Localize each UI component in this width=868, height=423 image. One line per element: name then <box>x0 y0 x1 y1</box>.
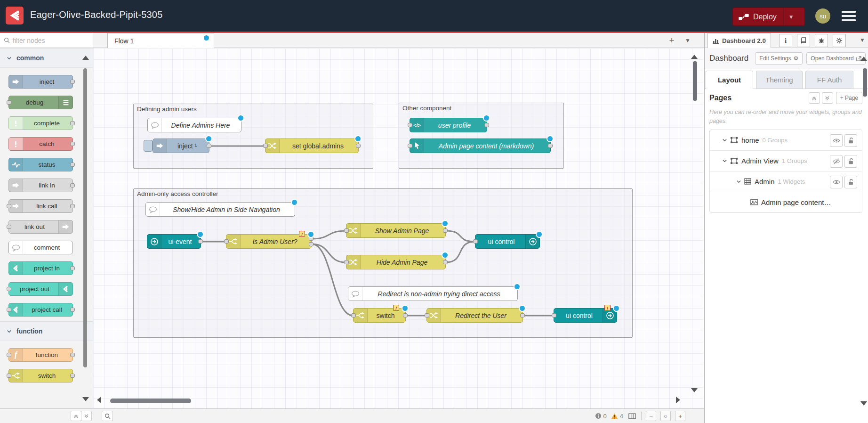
tree-item-admin-page-content-m-[interactable]: Admin page content (m... <box>710 192 862 212</box>
output-port[interactable] <box>484 123 489 127</box>
tab-config[interactable] <box>833 34 846 47</box>
output-port[interactable] <box>70 163 75 167</box>
output-port[interactable] <box>403 313 408 317</box>
lock-button[interactable] <box>844 155 857 168</box>
node-ui-event[interactable]: ui-event <box>147 234 201 249</box>
input-port[interactable] <box>7 308 11 312</box>
input-port[interactable] <box>7 287 11 291</box>
warning-count[interactable]: 4 <box>611 413 623 420</box>
input-port[interactable] <box>408 144 412 148</box>
palette-scroll-up[interactable] <box>82 56 89 60</box>
canvas-scroll-up[interactable] <box>691 55 698 59</box>
canvas-vertical-scrollbar[interactable] <box>693 61 697 101</box>
tab-ff-auth[interactable]: FF Auth <box>805 71 853 89</box>
visibility-off-button[interactable] <box>830 155 843 168</box>
palette-node-switch[interactable]: switch <box>8 369 73 382</box>
input-port[interactable] <box>344 260 349 264</box>
node-switch-is-admin-user[interactable]: Is Admin User?! <box>226 234 312 249</box>
input-port[interactable] <box>7 225 11 229</box>
palette-filter-input[interactable]: filter nodes <box>0 33 93 48</box>
output-port[interactable] <box>70 183 75 187</box>
open-dashboard-button[interactable]: Open Dashboard <box>806 52 865 65</box>
node-change-show-admin-page[interactable]: Show Admin Page <box>346 223 446 238</box>
output-port[interactable] <box>356 144 361 148</box>
output-port[interactable] <box>70 266 75 270</box>
node-inject-1[interactable]: inject ¹ <box>153 138 209 153</box>
palette-node-complete[interactable]: complete <box>8 116 73 130</box>
palette-node-status[interactable]: status <box>8 158 73 171</box>
tree-chevron[interactable] <box>722 158 727 163</box>
output-port[interactable] <box>70 142 75 146</box>
output-port[interactable] <box>443 228 448 233</box>
add-flow-button[interactable]: + <box>666 34 678 47</box>
tab-layout[interactable]: Layout <box>706 71 753 89</box>
output-port[interactable] <box>70 80 75 84</box>
node-red-logo[interactable] <box>6 7 24 24</box>
input-port[interactable] <box>473 239 478 244</box>
collapse-all-button[interactable] <box>809 92 820 104</box>
edit-settings-button[interactable]: Edit Settings⚙ <box>755 52 803 65</box>
visibility-button[interactable] <box>830 134 843 147</box>
output-port[interactable] <box>520 313 525 317</box>
canvas-scroll-down[interactable] <box>691 388 698 392</box>
sidebar-tabs-caret[interactable]: ▼ <box>860 37 865 43</box>
main-menu-button[interactable] <box>842 11 856 21</box>
palette-scrollbar[interactable] <box>83 68 87 367</box>
output-port[interactable] <box>70 353 75 357</box>
output-port[interactable] <box>548 144 553 148</box>
input-port[interactable] <box>408 123 412 127</box>
node-comment-show-hide-admin[interactable]: Show/Hide Admin in Side Navigation <box>145 202 295 217</box>
canvas-scroll-right[interactable] <box>676 397 680 403</box>
palette-category-common[interactable]: common <box>0 48 93 68</box>
sidebar-scroll-up[interactable] <box>860 57 867 61</box>
input-port[interactable] <box>7 204 11 208</box>
tree-item-admin-view[interactable]: Admin View1 Groups <box>710 151 862 171</box>
palette-node-link-out[interactable]: link out <box>8 220 73 234</box>
palette-node-project-call[interactable]: project call <box>8 303 73 317</box>
output-port[interactable] <box>443 260 448 264</box>
node-template-user-profile[interactable]: user profile</> <box>410 118 487 132</box>
zoom-out-button[interactable]: − <box>646 411 656 421</box>
output-port[interactable] <box>70 121 75 125</box>
palette-node-debug[interactable]: debug <box>8 96 73 109</box>
tab-theming[interactable]: Theming <box>756 71 803 89</box>
info-count[interactable]: 0 <box>595 413 607 420</box>
palette-node-comment[interactable]: comment <box>8 241 73 254</box>
tree-item-admin[interactable]: Admin1 Widgets <box>710 171 862 192</box>
tab-debug[interactable] <box>815 34 828 47</box>
flow-group-other-component[interactable]: Other component <box>399 103 564 169</box>
flow-list-caret[interactable]: ▼ <box>683 34 693 47</box>
palette-scroll-down[interactable] <box>82 397 89 401</box>
output-port[interactable] <box>70 374 75 378</box>
toggle-navigator-button[interactable] <box>627 411 637 421</box>
canvas-horizontal-scrollbar[interactable] <box>110 399 191 403</box>
tree-item-home[interactable]: home0 Groups <box>710 130 862 151</box>
tab-flow-1[interactable]: Flow 1 <box>107 33 214 48</box>
expand-all-button[interactable] <box>822 92 833 104</box>
input-port[interactable] <box>344 228 349 233</box>
node-change-hide-admin-page[interactable]: Hide Admin Page <box>346 255 446 269</box>
node-ui-control-bottom[interactable]: ui control! <box>554 308 617 323</box>
tab-dashboard-2[interactable]: Dashboard 2.0 <box>707 33 771 48</box>
flow-canvas[interactable]: Defining admin usersOther componentAdmin… <box>93 48 703 408</box>
palette-node-inject[interactable]: inject <box>8 75 73 89</box>
palette-node-link-call[interactable]: link call <box>8 199 73 213</box>
visibility-button[interactable] <box>830 176 843 188</box>
input-port[interactable] <box>7 374 11 378</box>
output-port[interactable] <box>207 144 211 148</box>
canvas-search-button[interactable] <box>102 411 113 421</box>
canvas-scroll-left[interactable] <box>97 397 101 403</box>
input-port[interactable] <box>552 313 556 317</box>
node-change-set-global-admins[interactable]: set global.admins <box>265 138 359 153</box>
node-ui-control-top[interactable]: ui control <box>475 234 540 249</box>
node-change-redirect-the-user[interactable]: Redirect the User <box>426 308 523 323</box>
input-port[interactable] <box>425 313 429 317</box>
add-page-button[interactable]: + Page <box>836 92 862 104</box>
tab-info[interactable]: i <box>779 34 792 47</box>
palette-node-link-in[interactable]: link in <box>8 179 73 192</box>
output-port-1[interactable] <box>309 236 313 241</box>
lock-button[interactable] <box>844 134 857 147</box>
tree-chevron[interactable] <box>736 179 741 184</box>
flow-group-defining-admin-users[interactable]: Defining admin users <box>133 104 373 169</box>
input-port[interactable] <box>7 353 11 357</box>
